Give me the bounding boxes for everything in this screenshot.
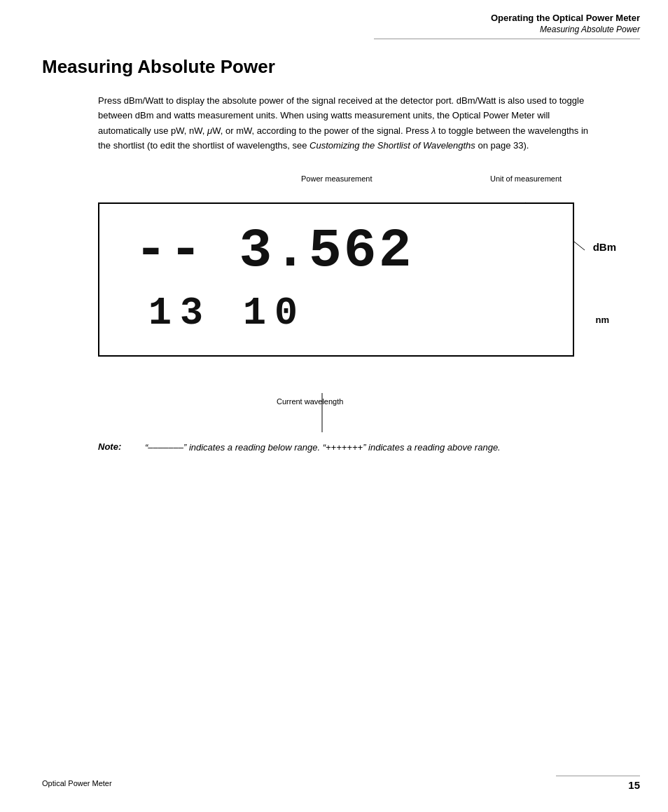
unit-dbm-label: dBm — [593, 241, 616, 253]
label-current-wavelength: Current wavelength — [277, 397, 343, 406]
footer-rule — [556, 776, 640, 776]
display-power-reading: -- 3.562 — [113, 218, 559, 278]
label-power-measurement: Power measurement — [301, 174, 373, 183]
header-title: Operating the Optical Power Meter — [374, 13, 640, 23]
label-unit-measurement: Unit of measurement — [490, 174, 562, 183]
note-text: “–––––––” indicates a reading below rang… — [145, 441, 501, 455]
page-title: Measuring Absolute Power — [42, 56, 640, 78]
page-footer: Optical Power Meter 15 — [0, 776, 668, 791]
footer-product-name: Optical Power Meter — [42, 779, 112, 787]
note-label: Note: — [98, 441, 137, 452]
unit-nm-label: nm — [596, 315, 610, 325]
diagram-container: Power measurement Unit of measurement --… — [98, 174, 616, 413]
page-header: Operating the Optical Power Meter Measur… — [374, 0, 668, 46]
display-wavelength: 13 10 — [113, 294, 559, 341]
display-box: -- 3.562 13 10 — [98, 202, 574, 357]
body-text: Press dBm/Watt to display the absolute p… — [98, 93, 588, 153]
note-section: Note: “–––––––” indicates a reading belo… — [98, 441, 588, 455]
header-subtitle: Measuring Absolute Power — [374, 25, 640, 34]
footer-page-container: 15 — [556, 776, 640, 791]
footer-page-number: 15 — [628, 779, 640, 791]
main-content: Measuring Absolute Power Press dBm/Watt … — [0, 0, 668, 483]
header-rule — [374, 39, 640, 39]
